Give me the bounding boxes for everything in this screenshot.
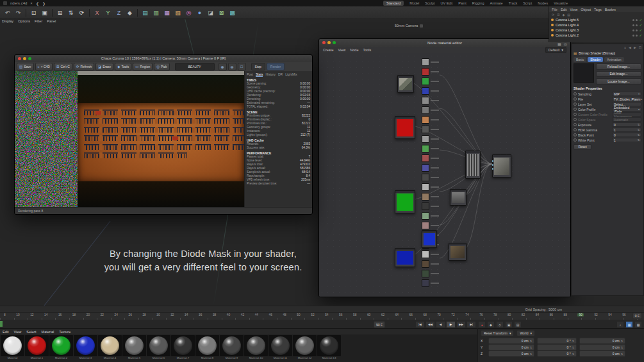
property-value[interactable]: 1⇅ <box>612 128 641 132</box>
material-material-2[interactable]: Material.2 <box>49 335 73 360</box>
node-blue-small[interactable] <box>422 230 437 248</box>
om-tool-icon[interactable]: ⟳ <box>552 13 554 17</box>
workspace-tab-model[interactable]: Model <box>409 1 419 5</box>
live-selection-icon[interactable]: ⊡ <box>29 8 38 17</box>
refresh-button[interactable]: ⟳Refresh <box>74 63 94 70</box>
add-spline-icon[interactable]: ▥ <box>151 8 161 17</box>
camera-grab-icon[interactable] <box>420 24 423 28</box>
node-list-item[interactable] <box>422 260 439 268</box>
locate-image-button[interactable]: Locate Image... <box>596 78 641 85</box>
material-material-12[interactable]: Material.12 <box>293 335 317 360</box>
transport-[interactable]: ▶ <box>446 321 456 328</box>
move-tool-icon[interactable]: ⊞ <box>55 8 65 17</box>
attribute-tool-icon[interactable]: ⊡ <box>639 45 641 50</box>
material-menu-texture[interactable]: Texture <box>59 330 70 334</box>
y-axis-lock-icon[interactable]: Y <box>103 8 113 17</box>
animation-dot-icon[interactable] <box>574 92 577 95</box>
workspace-tab-animate[interactable]: Animate <box>490 1 502 5</box>
shader-tab-shader[interactable]: Shader <box>588 57 603 62</box>
c4d-button[interactable]: »> C4D <box>35 63 53 70</box>
node-list-item[interactable] <box>422 193 439 201</box>
nav-forward-icon[interactable]: ❯ <box>42 1 45 6</box>
spinner-icon[interactable]: ⇅ <box>638 123 640 126</box>
workspace-tab-sculpt[interactable]: Sculpt <box>425 1 434 5</box>
object-row-corona-light-5[interactable]: Corona Light.5✓ <box>549 17 644 22</box>
om-menu-bookm[interactable]: Bookm <box>605 8 616 12</box>
node-list-item[interactable] <box>422 183 439 191</box>
visibility-dot-icon[interactable] <box>632 24 634 26</box>
node-list-item[interactable] <box>422 116 439 124</box>
animation-dot-icon[interactable] <box>574 138 577 142</box>
viewport-menu-filter[interactable]: Filter <box>35 19 42 23</box>
current-frame-field[interactable]: 90 F <box>374 321 385 328</box>
zoom-window-icon[interactable] <box>333 41 336 44</box>
vfb-titlebar[interactable]: Chaos Corona 10 | 1596×897px (1:1) | Cam… <box>15 55 312 62</box>
shader-tab-animation[interactable]: Animation <box>604 57 623 62</box>
workspace-tab-nodes[interactable]: Nodes <box>538 1 548 5</box>
viewport-menu-panel[interactable]: Panel <box>47 19 56 23</box>
keyframe-icon[interactable]: ▤ <box>514 321 522 328</box>
material-material-13[interactable]: Material.13 <box>317 335 341 360</box>
om-tool-icon[interactable]: ◆ <box>562 13 565 17</box>
node-menu-create[interactable]: Create <box>323 48 334 52</box>
node-list-item[interactable] <box>422 68 439 76</box>
viewport-menu-display[interactable]: Display <box>2 19 13 23</box>
coordinate-system-icon[interactable]: ◆ <box>125 8 135 17</box>
viewport-menu-options[interactable]: Options <box>18 19 30 23</box>
transport-[interactable]: |◀ <box>415 321 425 328</box>
node-gray[interactable] <box>450 189 466 206</box>
z-axis-lock-icon[interactable]: Z <box>114 8 124 17</box>
node-menu-view[interactable]: View <box>338 48 346 52</box>
animation-dot-icon[interactable] <box>574 108 577 111</box>
node-output[interactable] <box>492 154 511 177</box>
keyframe-icon[interactable]: ◇ <box>496 321 504 328</box>
rotate-tool-icon[interactable]: ⟳ <box>77 8 87 17</box>
node-stripes[interactable] <box>465 151 481 179</box>
reset-transform-dropdown[interactable]: Reset Transform ▾ <box>481 330 514 336</box>
node-list-item[interactable] <box>422 97 439 104</box>
spinner-icon[interactable]: ⇅ <box>621 352 623 356</box>
world-dropdown[interactable]: World ▾ <box>516 330 534 336</box>
node-list-item[interactable] <box>422 164 439 172</box>
node-list-item[interactable] <box>422 106 439 114</box>
camera-icon[interactable]: ● <box>195 8 204 17</box>
workspace-tab-standard[interactable]: Standard <box>383 1 404 6</box>
visibility-dot-icon[interactable] <box>636 19 638 21</box>
enabled-check-icon[interactable]: ✓ <box>639 33 642 37</box>
material-material-4[interactable]: Material.4 <box>98 335 122 360</box>
node-list-item[interactable] <box>422 212 439 220</box>
close-tab-icon[interactable]: × <box>30 1 33 5</box>
minimize-window-icon[interactable] <box>327 41 331 44</box>
spinner-icon[interactable]: ⇅ <box>530 346 532 349</box>
enabled-check-icon[interactable]: ✓ <box>639 28 642 32</box>
material-material-3[interactable]: Material.3 <box>74 335 97 360</box>
om-menu-edit[interactable]: Edit <box>561 8 566 12</box>
shader-tab-basic[interactable]: Basic <box>574 57 586 62</box>
node-list-item[interactable] <box>422 58 439 66</box>
zoom-icon[interactable]: □ <box>238 63 246 70</box>
transport-[interactable]: ◀◀ <box>425 321 435 328</box>
spinner-icon[interactable]: ⇅ <box>530 340 532 343</box>
visibility-dot-icon[interactable] <box>632 35 634 37</box>
reset-button[interactable]: Reset <box>574 144 591 151</box>
scale-input[interactable]: 0 cm⇅ <box>579 344 625 350</box>
spinner-icon[interactable]: ⇅ <box>621 346 623 349</box>
render-view-icon[interactable]: ▩ <box>227 8 237 17</box>
attribute-tool-icon[interactable]: ◀ <box>629 45 631 50</box>
property-value[interactable]: MIP▾ <box>612 92 641 96</box>
transport-[interactable]: ▶▶ <box>456 321 466 328</box>
workspace-tab-track[interactable]: Track <box>509 1 518 5</box>
keyframe-icon[interactable]: ◆ <box>487 321 495 328</box>
node-list-item[interactable] <box>422 87 439 95</box>
spinner-icon[interactable]: ⇅ <box>638 128 640 131</box>
rectangle-selection-icon[interactable]: ▣ <box>40 8 49 17</box>
ctrl-c-button[interactable]: ⊞Ctrl+C <box>54 63 72 70</box>
add-cube-icon[interactable]: ▤ <box>140 8 150 17</box>
node-blue[interactable] <box>395 248 415 267</box>
rotation-input[interactable]: 0 °⇅ <box>537 344 577 350</box>
node-list-item[interactable] <box>422 222 439 229</box>
zoom-icon[interactable]: ⊖ <box>228 63 236 70</box>
environment-icon[interactable]: ◎ <box>184 8 194 17</box>
material-material-11[interactable]: Material.11 <box>268 335 292 360</box>
pick-button[interactable]: ◎Pick <box>154 63 169 70</box>
